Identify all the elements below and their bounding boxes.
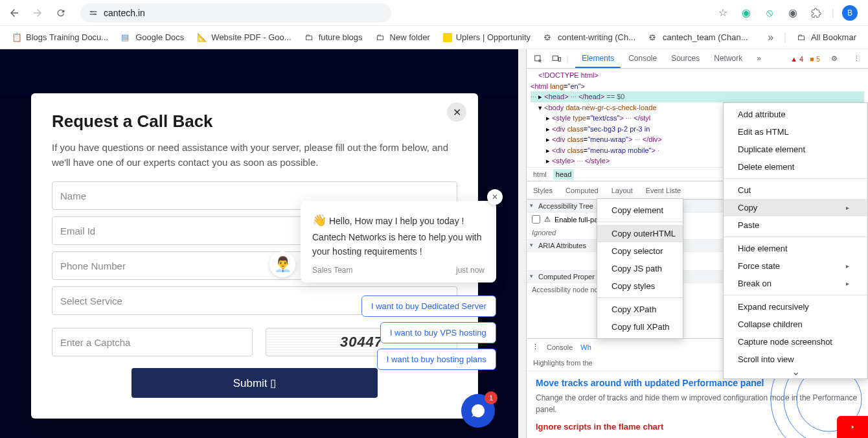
extension-icon-1[interactable]: ⦸ <box>762 5 777 21</box>
ctx-collapse[interactable]: Collapse children <box>724 316 867 333</box>
bookmark-item[interactable]: 📐Website PDF - Goo... <box>192 30 296 45</box>
page-scrollbar[interactable] <box>518 49 526 438</box>
forward-button[interactable] <box>29 4 47 22</box>
subtab-events[interactable]: Event Liste <box>639 183 687 198</box>
profile-avatar[interactable]: B <box>842 5 858 21</box>
page-viewport: ✕ Request a Call Back If you have questi… <box>0 49 518 438</box>
ctx-copy-selector[interactable]: Copy selector <box>597 242 683 260</box>
inspect-icon[interactable] <box>531 51 546 67</box>
url-text: cantech.in <box>104 8 145 18</box>
context-menu-copy-submenu: Copy element Copy outerHTML Copy selecto… <box>597 198 683 339</box>
device-mode-icon[interactable] <box>549 51 564 67</box>
ctx-cut[interactable]: Cut <box>724 181 867 199</box>
bookmark-item[interactable]: 🗀future blogs <box>299 30 368 45</box>
youtube-icon[interactable] <box>837 416 868 438</box>
chat-launcher-button[interactable]: 1 <box>461 394 495 428</box>
chat-badge: 1 <box>485 391 497 404</box>
ctx-copy-element[interactable]: Copy element <box>597 202 683 219</box>
wave-icon: 👋 <box>312 214 326 227</box>
ctx-paste[interactable]: Paste <box>724 216 867 234</box>
ctx-hide[interactable]: Hide element <box>724 240 867 257</box>
bookmarks-overflow-icon[interactable]: » <box>763 30 779 45</box>
error-count[interactable]: ▲ 4 <box>790 55 803 63</box>
ctx-copy-styles[interactable]: Copy styles <box>597 277 683 295</box>
extensions-icon[interactable] <box>808 5 824 21</box>
chat-close-button[interactable]: ✕ <box>487 189 503 205</box>
gear-icon[interactable]: ⚙ <box>827 51 842 67</box>
ctx-duplicate[interactable]: Duplicate element <box>724 141 867 158</box>
tab-network[interactable]: Network <box>707 50 749 68</box>
bookmark-item[interactable]: ⯐cantech_team (Chan... <box>643 30 753 45</box>
all-bookmarks-button[interactable]: 🗀All Bookmar <box>792 30 862 45</box>
modal-description: If you have questions or need assistance… <box>52 141 457 170</box>
camera-icon[interactable]: ◉ <box>785 5 801 21</box>
fullpage-checkbox[interactable] <box>532 215 540 224</box>
breadcrumb-item[interactable]: head <box>553 169 574 179</box>
chat-suggestion-button[interactable]: I want to buy hosting plans <box>377 349 496 370</box>
ctx-screenshot[interactable]: Capture node screenshot <box>724 333 867 351</box>
subtab-computed[interactable]: Computed <box>559 183 605 198</box>
whatsnew-panel: Move tracks around with updated Performa… <box>527 371 868 438</box>
bookmark-item[interactable]: 🗀New folder <box>371 30 435 45</box>
whatsnew-text: Change the order of tracks and hide them… <box>536 392 859 415</box>
chat-suggestion-button[interactable]: I want to buy Dedicated Server <box>361 295 496 317</box>
chevron-right-icon: ▸ <box>846 262 849 270</box>
subtab-layout[interactable]: Layout <box>605 183 639 198</box>
browser-toolbar: cantech.in ☆ ◉ ⦸ ◉ | B <box>0 0 868 26</box>
drawer-tab-console[interactable]: Console <box>547 343 573 351</box>
chat-popup: ✕ 👨‍💼 👋 Hello, How may I help you today … <box>301 201 496 282</box>
bookmark-item[interactable]: ▤Google Docs <box>116 30 189 45</box>
context-menu-main: Add attribute Edit as HTML Duplicate ele… <box>723 102 868 379</box>
tab-sources[interactable]: Sources <box>665 50 706 68</box>
modal-close-button[interactable]: ✕ <box>447 102 466 122</box>
address-bar[interactable]: cantech.in <box>80 3 391 23</box>
svg-rect-4 <box>559 57 561 61</box>
kebab-icon[interactable]: ⋮ <box>849 51 864 67</box>
ctx-copy[interactable]: Copy▸ <box>724 199 867 216</box>
back-button[interactable] <box>5 4 23 22</box>
grammarly-icon[interactable]: ◉ <box>738 5 754 21</box>
bookmark-item[interactable]: 📋Blogs Training Docu... <box>6 30 113 45</box>
chat-suggestion-button[interactable]: I want to buy VPS hosting <box>380 322 496 343</box>
bookmark-item[interactable]: Uplers | Opportunity <box>438 30 536 45</box>
chat-message: 👋 Hello, How may I help you today ! Cant… <box>312 211 485 259</box>
warning-count[interactable]: ■ 5 <box>810 55 820 63</box>
captcha-input[interactable] <box>52 328 253 356</box>
chat-sender: Sales Team <box>312 266 352 275</box>
bookmark-item[interactable]: ⯐content-writing (Ch... <box>538 30 641 45</box>
site-settings-icon[interactable] <box>88 8 98 18</box>
ctx-add-attribute[interactable]: Add attribute <box>724 106 867 123</box>
ctx-scroll[interactable]: Scroll into view <box>724 351 867 368</box>
ctx-edit-html[interactable]: Edit as HTML <box>724 123 867 141</box>
chat-suggestions: I want to buy Dedicated Server I want to… <box>361 295 496 370</box>
ctx-copy-outerhtml[interactable]: Copy outerHTML <box>597 225 683 242</box>
svg-point-1 <box>94 13 96 15</box>
drawer-tab-whatsnew[interactable]: Wh <box>580 343 591 351</box>
devtools-pane: | Elements Console Sources Network » ▲ 4… <box>526 49 868 438</box>
submit-button[interactable]: Submit ▯ <box>131 368 378 398</box>
ctx-more-icon: ⌄ <box>724 368 867 376</box>
tab-elements[interactable]: Elements <box>575 50 621 68</box>
whatsnew-title[interactable]: Move tracks around with updated Performa… <box>536 378 859 388</box>
subtab-styles[interactable]: Styles <box>527 183 559 198</box>
svg-rect-3 <box>553 56 558 60</box>
chevron-right-icon: ▸ <box>846 280 849 287</box>
ctx-expand[interactable]: Expand recursively <box>724 298 867 316</box>
bookmarks-bar: 📋Blogs Training Docu... ▤Google Docs 📐We… <box>0 26 868 49</box>
devtools-toolbar: | Elements Console Sources Network » ▲ 4… <box>527 49 868 69</box>
ctx-copy-jspath[interactable]: Copy JS path <box>597 260 683 277</box>
whatsnew-subtitle[interactable]: Ignore scripts in the flame chart <box>536 422 859 432</box>
ctx-delete[interactable]: Delete element <box>724 158 867 176</box>
drawer-menu-icon[interactable]: ⋮ <box>532 343 539 351</box>
reload-button[interactable] <box>52 4 70 22</box>
ctx-copy-xpath[interactable]: Copy XPath <box>597 301 683 318</box>
chat-timestamp: just now <box>456 266 485 275</box>
ctx-copy-fullxpath[interactable]: Copy full XPath <box>597 318 683 336</box>
ctx-break-on[interactable]: Break on▸ <box>724 275 867 292</box>
ctx-force-state[interactable]: Force state▸ <box>724 257 867 275</box>
tab-console[interactable]: Console <box>622 50 663 68</box>
star-icon[interactable]: ☆ <box>715 5 731 21</box>
warning-icon: ⚠ <box>544 215 551 224</box>
breadcrumb-item[interactable]: html <box>531 169 549 179</box>
tabs-overflow-icon[interactable]: » <box>750 50 768 68</box>
